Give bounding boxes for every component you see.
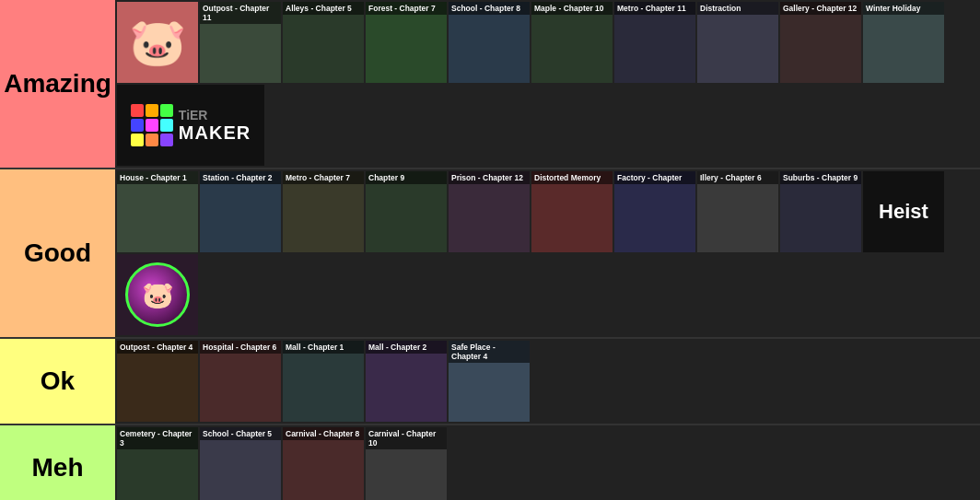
item-label: Chapter 9 — [366, 171, 447, 184]
tier-item[interactable]: Illery - Chapter 6 — [697, 171, 778, 252]
item-label: Gallery - Chapter 12 — [780, 2, 861, 15]
item-label: Carnival - Chapter 8 — [283, 427, 364, 440]
tier-items-good: House - Chapter 1Station - Chapter 2Metr… — [115, 169, 980, 337]
tier-item[interactable]: School - Chapter 8 — [449, 2, 530, 83]
tier-item[interactable]: Alleys - Chapter 5 — [283, 2, 364, 83]
tier-item[interactable]: Carnival - Chapter 8 — [283, 427, 364, 500]
tier-item[interactable]: House - Chapter 1 — [117, 171, 198, 252]
tier-row-meh: MehCemetery - Chapter 3School - Chapter … — [0, 425, 980, 500]
item-label: House - Chapter 1 — [117, 171, 198, 184]
tier-item[interactable]: Forest - Chapter 7 — [366, 2, 447, 83]
item-label: Cemetery - Chapter 3 — [117, 427, 198, 449]
item-label: Winter Holiday — [863, 2, 944, 15]
tier-item[interactable]: Winter Holiday — [863, 2, 944, 83]
item-label: Carnival - Chapter 10 — [366, 427, 447, 449]
tier-item[interactable]: Prison - Chapter 12 — [449, 171, 530, 252]
item-label: Distraction — [697, 2, 778, 15]
tier-item[interactable]: Cemetery - Chapter 3 — [117, 427, 198, 500]
item-label: Mall - Chapter 1 — [283, 341, 364, 354]
item-label: Outpost - Chapter 4 — [117, 341, 198, 354]
tier-label-ok: Ok — [0, 339, 115, 424]
tier-item[interactable]: Station - Chapter 2 — [200, 171, 281, 252]
logo-tier-text: TiER — [179, 108, 251, 122]
tier-item[interactable]: Outpost - Chapter 4 — [117, 341, 198, 422]
tier-item[interactable]: Mall - Chapter 1 — [283, 341, 364, 422]
item-label: Safe Place - Chapter 4 — [449, 341, 530, 363]
item-label: Mall - Chapter 2 — [366, 341, 447, 354]
tier-item[interactable]: Safe Place - Chapter 4 — [449, 341, 530, 422]
item-label: Station - Chapter 2 — [200, 171, 281, 184]
tier-item[interactable]: Outpost - Chapter 11 — [200, 2, 281, 83]
logo-maker-text: MAKER — [179, 122, 251, 144]
item-label: Maple - Chapter 10 — [531, 2, 612, 15]
tiermaker-logo: TiERMAKER — [117, 85, 264, 166]
tier-item[interactable]: Maple - Chapter 10 — [531, 2, 612, 83]
tier-label-meh: Meh — [0, 425, 115, 500]
tier-row-ok: OkOutpost - Chapter 4Hospital - Chapter … — [0, 339, 980, 425]
item-label: Hospital - Chapter 6 — [200, 341, 281, 354]
tier-row-amazing: Amazing🐷Outpost - Chapter 11Alleys - Cha… — [0, 0, 980, 169]
tier-item[interactable]: Distorted Memory — [531, 171, 612, 252]
item-label: Illery - Chapter 6 — [697, 171, 778, 184]
item-label: Distorted Memory — [531, 171, 612, 184]
item-label: Prison - Chapter 12 — [449, 171, 530, 184]
item-label: School - Chapter 8 — [449, 2, 530, 15]
item-label: Alleys - Chapter 5 — [283, 2, 364, 15]
tier-item[interactable]: 🐷 — [117, 254, 198, 335]
tier-items-ok: Outpost - Chapter 4Hospital - Chapter 6M… — [115, 339, 980, 424]
item-label: Forest - Chapter 7 — [366, 2, 447, 15]
tier-item[interactable]: Chapter 9 — [366, 171, 447, 252]
tier-item[interactable]: Metro - Chapter 11 — [614, 2, 695, 83]
tier-item[interactable]: Suburbs - Chapter 9 — [780, 171, 861, 252]
tier-item[interactable]: Gallery - Chapter 12 — [780, 2, 861, 83]
item-label: Outpost - Chapter 11 — [200, 2, 281, 24]
tier-item[interactable]: Factory - Chapter — [614, 171, 695, 252]
tier-item[interactable]: Carnival - Chapter 10 — [366, 427, 447, 500]
tier-item[interactable]: School - Chapter 5 — [200, 427, 281, 500]
tier-items-amazing: 🐷Outpost - Chapter 11Alleys - Chapter 5F… — [115, 0, 980, 168]
tier-items-meh: Cemetery - Chapter 3School - Chapter 5Ca… — [115, 425, 980, 500]
heist-item: Heist — [863, 171, 944, 252]
tier-item[interactable]: Metro - Chapter 7 — [283, 171, 364, 252]
tier-label-amazing: Amazing — [0, 0, 115, 168]
item-label: Metro - Chapter 7 — [283, 171, 364, 184]
tier-label-good: Good — [0, 169, 115, 337]
item-label: Factory - Chapter — [614, 171, 695, 184]
tier-item[interactable]: 🐷 — [117, 2, 198, 83]
tier-item[interactable]: Hospital - Chapter 6 — [200, 341, 281, 422]
tier-item[interactable]: Mall - Chapter 2 — [366, 341, 447, 422]
item-label: Suburbs - Chapter 9 — [780, 171, 861, 184]
item-label: School - Chapter 5 — [200, 427, 281, 440]
item-label: Metro - Chapter 11 — [614, 2, 695, 15]
tier-row-good: GoodHouse - Chapter 1Station - Chapter 2… — [0, 169, 980, 339]
tier-list: Amazing🐷Outpost - Chapter 11Alleys - Cha… — [0, 0, 980, 500]
tier-item[interactable]: Distraction — [697, 2, 778, 83]
